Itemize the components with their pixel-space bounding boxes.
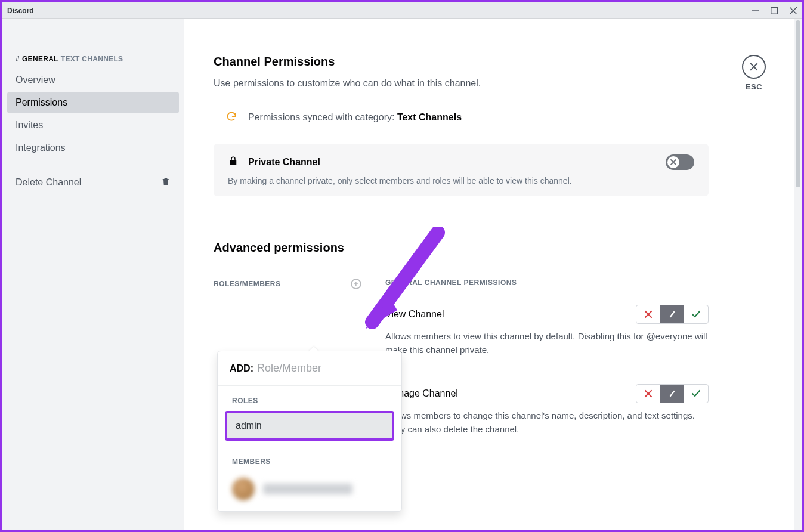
sidebar-item-label: Integrations [16,143,66,153]
permissions-column: GENERAL CHANNEL PERMISSIONS View Channel… [385,279,709,463]
perm-deny-button[interactable] [636,305,660,323]
page-subtitle: Use permissions to customize who can do … [214,78,709,89]
channel-category: TEXT CHANNELS [61,55,123,63]
window-title: Discord [7,7,34,15]
add-label: ADD: [230,363,253,374]
maximize-button[interactable] [771,7,778,14]
popover-role-option[interactable]: admin [225,411,394,441]
sidebar-divider [16,165,171,165]
perm-allow-button[interactable] [684,385,708,403]
lock-icon [228,156,239,169]
perm-neutral-button[interactable] [660,305,684,323]
close-settings: ESC [742,55,766,91]
popover-members-label: MEMBERS [218,447,401,472]
perm-neutral-button[interactable] [660,385,684,403]
private-toggle[interactable] [666,154,694,170]
advanced-title: Advanced permissions [214,241,709,255]
close-button[interactable] [742,55,766,79]
perm-allow-button[interactable] [684,305,708,323]
close-window-button[interactable] [790,7,797,14]
sidebar-item-label: Permissions [16,97,67,107]
permission-item: Manage Channel Allows members to change … [385,384,709,436]
sidebar-item-overview[interactable]: Overview [7,69,179,91]
add-placeholder: Role/Member [257,362,321,375]
private-title: Private Channel [248,157,320,168]
esc-label: ESC [742,82,766,91]
permission-description: Allows members to view this channel by d… [385,330,709,357]
roles-members-header: ROLES/MEMBERS [214,280,281,288]
perm-deny-button[interactable] [636,385,660,403]
settings-sidebar: # GENERAL TEXT CHANNELS Overview Permiss… [2,19,184,530]
sidebar-item-integrations[interactable]: Integrations [7,137,179,159]
sidebar-delete-channel[interactable]: Delete Channel [7,171,179,194]
permission-item: View Channel Allows members to view this… [385,305,709,357]
sidebar-item-label: Overview [16,75,55,85]
sidebar-item-label: Invites [16,120,43,130]
minimize-button[interactable] [752,7,759,14]
permission-description: Allows members to change this channel's … [385,409,709,436]
member-avatar [232,478,255,500]
popover-arrow-icon [308,347,319,352]
titlebar: Discord [2,2,802,19]
page-title: Channel Permissions [214,55,709,69]
scrollbar[interactable] [794,19,802,530]
popover-roles-label: ROLES [218,386,401,411]
toggle-knob [667,156,679,168]
permission-name: View Channel [385,309,444,320]
permission-toggle [636,384,709,403]
sync-icon [225,110,237,125]
channel-name: GENERAL [22,55,58,63]
sync-category: Text Channels [397,112,462,122]
sync-prefix: Permissions synced with category: [248,112,397,122]
sidebar-item-permissions[interactable]: Permissions [7,92,179,113]
sync-status-row: Permissions synced with category: Text C… [225,110,709,125]
divider [214,211,709,211]
scrollbar-thumb[interactable] [796,20,800,187]
role-name: admin [236,420,262,431]
private-channel-box: Private Channel By making a channel priv… [214,144,709,196]
add-role-button[interactable]: + [351,279,361,289]
window-controls [752,7,797,14]
sync-status-text: Permissions synced with category: Text C… [248,112,462,123]
svg-rect-0 [771,7,778,14]
hash-icon: # [16,55,20,63]
add-role-popover: ADD: Role/Member ROLES admin MEMBERS [217,351,402,512]
sidebar-item-invites[interactable]: Invites [7,115,179,136]
private-description: By making a channel private, only select… [228,176,694,185]
popover-search-row[interactable]: ADD: Role/Member [218,351,401,386]
popover-member-option[interactable] [218,472,401,511]
permissions-header: GENERAL CHANNEL PERMISSIONS [385,279,709,287]
member-name-blurred [263,484,352,494]
sidebar-channel-header: # GENERAL TEXT CHANNELS [7,55,179,69]
permission-toggle [636,305,709,324]
trash-icon [161,177,171,188]
delete-channel-label: Delete Channel [16,177,81,188]
